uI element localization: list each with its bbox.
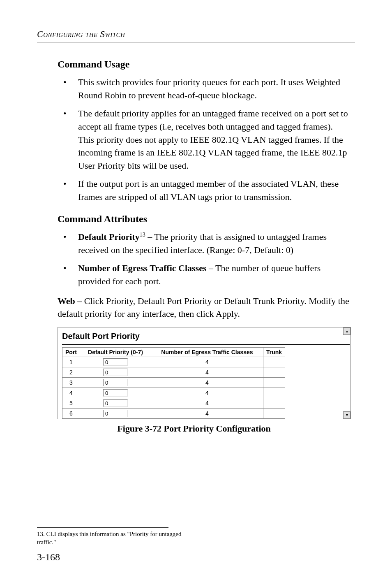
cell-priority bbox=[80, 367, 151, 378]
cell-port: 2 bbox=[62, 367, 80, 378]
cell-priority bbox=[80, 388, 151, 398]
command-usage-bullet: If the output port is an untagged member… bbox=[58, 177, 351, 204]
cell-priority bbox=[80, 378, 151, 388]
scroll-up-button[interactable]: ▴ bbox=[343, 327, 350, 335]
cell-priority bbox=[80, 398, 151, 409]
command-usage-list: This switch provides four priority queue… bbox=[58, 76, 351, 204]
priority-input[interactable] bbox=[103, 358, 128, 366]
cell-port: 5 bbox=[62, 398, 80, 409]
table-row: 6 4 bbox=[62, 409, 285, 419]
cell-egress: 4 bbox=[151, 378, 263, 388]
cell-trunk bbox=[263, 398, 285, 409]
footnote-rule bbox=[37, 527, 168, 528]
table-row: 5 4 bbox=[62, 398, 285, 409]
web-paragraph: Web – Click Priority, Default Port Prior… bbox=[58, 295, 351, 321]
cell-port: 3 bbox=[62, 378, 80, 388]
footnote-block: 13. CLI displays this information as "Pr… bbox=[37, 527, 193, 546]
priority-input[interactable] bbox=[103, 389, 128, 397]
page: Configuring the Switch Command Usage Thi… bbox=[0, 0, 392, 571]
table-header-row: Port Default Priority (0-7) Number of Eg… bbox=[62, 348, 285, 357]
attr-term: Default Priority bbox=[78, 232, 140, 242]
col-header-port: Port bbox=[62, 348, 80, 357]
table-row: 1 4 bbox=[62, 357, 285, 367]
table-body: 1 4 2 4 3 bbox=[62, 357, 285, 419]
figure-title-rule bbox=[62, 344, 350, 345]
figure-caption: Figure 3-72 Port Priority Configuration bbox=[37, 423, 351, 434]
attr-footnote-marker: 13 bbox=[140, 232, 145, 238]
cell-port: 4 bbox=[62, 388, 80, 398]
running-header: Configuring the Switch bbox=[37, 29, 355, 39]
cell-egress: 4 bbox=[151, 357, 263, 367]
table-row: 2 4 bbox=[62, 367, 285, 378]
running-header-text: Configuring the Switch bbox=[37, 29, 125, 39]
web-rest: – Click Priority, Default Port Priority … bbox=[58, 296, 349, 319]
figure-inner: Default Port Priority Port Default Prior… bbox=[58, 327, 350, 419]
priority-input[interactable] bbox=[103, 399, 128, 407]
command-attributes-list: Default Priority13 – The priority that i… bbox=[58, 230, 351, 288]
priority-table: Port Default Priority (0-7) Number of Eg… bbox=[62, 347, 285, 419]
priority-input[interactable] bbox=[103, 369, 128, 376]
col-header-egress: Number of Egress Traffic Classes bbox=[151, 348, 263, 357]
command-usage-bullet: The default priority applies for an unta… bbox=[58, 107, 351, 172]
cell-priority bbox=[80, 409, 151, 419]
footnote-marker: 13. bbox=[37, 531, 45, 537]
command-usage-heading: Command Usage bbox=[58, 59, 351, 70]
command-attributes-item: Default Priority13 – The priority that i… bbox=[58, 230, 351, 257]
cell-port: 1 bbox=[62, 357, 80, 367]
cell-egress: 4 bbox=[151, 388, 263, 398]
command-usage-bullet: This switch provides four priority queue… bbox=[58, 76, 351, 102]
priority-input[interactable] bbox=[103, 410, 128, 417]
command-attributes-heading: Command Attributes bbox=[58, 214, 351, 225]
table-row: 3 4 bbox=[62, 378, 285, 388]
cell-trunk bbox=[263, 388, 285, 398]
figure-panel: ▴ Default Port Priority Port Default Pri… bbox=[58, 327, 351, 419]
priority-input[interactable] bbox=[103, 379, 128, 386]
footnote: 13. CLI displays this information as "Pr… bbox=[37, 530, 193, 546]
attr-term: Number of Egress Traffic Classes bbox=[78, 263, 206, 273]
cell-trunk bbox=[263, 409, 285, 419]
command-attributes-item: Number of Egress Traffic Classes – The n… bbox=[58, 262, 351, 288]
cell-egress: 4 bbox=[151, 367, 263, 378]
scroll-down-button[interactable]: ▾ bbox=[343, 411, 350, 419]
header-rule bbox=[37, 42, 355, 42]
col-header-trunk: Trunk bbox=[263, 348, 285, 357]
page-number: 3-168 bbox=[37, 552, 60, 563]
col-header-priority: Default Priority (0-7) bbox=[80, 348, 151, 357]
cell-port: 6 bbox=[62, 409, 80, 419]
web-leadin: Web bbox=[58, 296, 75, 306]
figure-panel-title: Default Port Priority bbox=[62, 332, 350, 341]
cell-priority bbox=[80, 357, 151, 367]
cell-egress: 4 bbox=[151, 409, 263, 419]
footnote-text: CLI displays this information as "Priori… bbox=[37, 531, 182, 545]
cell-egress: 4 bbox=[151, 398, 263, 409]
cell-trunk bbox=[263, 378, 285, 388]
cell-trunk bbox=[263, 367, 285, 378]
cell-trunk bbox=[263, 357, 285, 367]
content-area: Command Usage This switch provides four … bbox=[58, 59, 351, 434]
table-row: 4 4 bbox=[62, 388, 285, 398]
